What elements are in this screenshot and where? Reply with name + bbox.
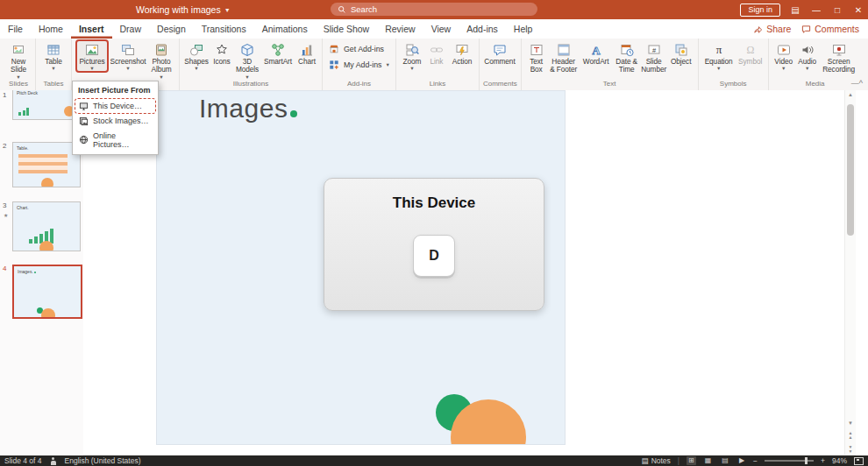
icons-button[interactable]: Icons — [210, 39, 233, 66]
zoom-in-button[interactable]: + — [821, 456, 825, 465]
zoom-slider[interactable] — [765, 460, 814, 462]
symbol-icon: Ω — [743, 41, 758, 58]
group-label-tables: Tables — [39, 80, 68, 90]
document-title-text: Working with images — [136, 4, 221, 15]
audio-button[interactable]: Audio▼ — [796, 39, 819, 71]
pictures-button[interactable]: Pictures▼ — [75, 39, 109, 73]
document-title[interactable]: Working with images ▼ — [136, 0, 231, 19]
minimize-icon[interactable]: — — [810, 5, 822, 15]
my-add-ins-button[interactable]: My Add-ins ▼ — [328, 59, 390, 71]
search-icon — [338, 5, 346, 14]
tab-home[interactable]: Home — [31, 19, 71, 39]
comments-button[interactable]: Comments — [801, 24, 859, 34]
header-footer-button[interactable]: Header & Footer — [549, 39, 579, 74]
dropdown-arrow-icon: ▼ — [234, 74, 260, 80]
zoom-level[interactable]: 94% — [832, 456, 847, 465]
thumbnail-slide-4[interactable]: Images. — [12, 265, 82, 319]
tab-file[interactable]: File — [0, 19, 31, 39]
tab-insert[interactable]: Insert — [71, 19, 112, 39]
date-time-button[interactable]: Date & Time — [614, 39, 640, 74]
slide-sorter-view-button[interactable]: ▦ — [703, 456, 714, 465]
comment-button[interactable]: Comment — [483, 39, 516, 66]
menu-item-stock-images[interactable]: Stock Images… — [75, 114, 155, 128]
dropdown-arrow-icon: ▼ — [110, 66, 146, 71]
language-indicator[interactable]: English (United States) — [65, 456, 141, 465]
tab-add-ins[interactable]: Add-ins — [459, 19, 506, 39]
stock-images-icon — [79, 116, 89, 126]
slide-title[interactable]: Images — [199, 90, 297, 128]
previous-slide-button[interactable]: ▲▲ — [845, 431, 856, 440]
scrollbar-thumb[interactable] — [847, 104, 854, 236]
chart-button[interactable]: Chart — [295, 39, 318, 66]
zoom-button[interactable]: Zoom▼ — [400, 39, 424, 71]
vertical-scrollbar[interactable]: ▲ ▼ ▲▲ ▼▼ — [844, 90, 856, 455]
tab-help[interactable]: Help — [506, 19, 541, 39]
ribbon-group-comments: Comment Comments — [480, 39, 522, 90]
close-icon[interactable]: ✕ — [852, 5, 864, 15]
wordart-icon: A — [588, 41, 604, 58]
ribbon-group-slides: New Slide▼ Slides — [2, 39, 36, 90]
tab-design[interactable]: Design — [149, 19, 194, 39]
3d-models-button[interactable]: 3D Models▼ — [234, 39, 260, 80]
tab-view[interactable]: View — [423, 19, 459, 39]
dropdown-arrow-icon: ▼ — [774, 66, 793, 71]
get-add-ins-button[interactable]: Get Add-ins — [328, 43, 390, 55]
thumbnail-slide-2[interactable]: Table. — [12, 142, 81, 187]
pictures-icon — [84, 41, 100, 58]
video-button[interactable]: Video▼ — [772, 39, 795, 71]
equation-button[interactable]: π Equation▼ — [702, 39, 736, 71]
reading-view-button[interactable]: ▤ — [720, 456, 730, 465]
accessibility-icon[interactable] — [50, 457, 57, 465]
zoom-icon — [404, 41, 420, 58]
ribbon-display-options-icon[interactable]: ▤ — [789, 5, 801, 15]
orange-circle-graphic — [39, 241, 53, 251]
table-button[interactable]: Table▼ — [39, 39, 68, 71]
scroll-up-icon[interactable]: ▲ — [845, 92, 856, 97]
fit-slide-to-window-icon[interactable] — [854, 457, 864, 465]
search-box[interactable]: Search — [331, 3, 537, 16]
tab-transitions[interactable]: Transitions — [194, 19, 254, 39]
link-button: Link — [425, 39, 448, 66]
photo-album-icon — [153, 41, 169, 58]
next-slide-button[interactable]: ▼▼ — [845, 445, 856, 454]
svg-text:π: π — [715, 43, 722, 56]
screen-recording-button[interactable]: Screen Recording — [820, 39, 858, 74]
slideshow-button[interactable]: ▶ — [737, 456, 746, 465]
thumbnail-slide-3[interactable]: Chart. — [12, 201, 81, 251]
photo-album-button[interactable]: Photo Album▼ — [147, 39, 175, 80]
maximize-icon[interactable]: □ — [831, 5, 843, 15]
slide-number-button[interactable]: # Slide Number — [641, 39, 667, 74]
screenshot-icon — [120, 41, 136, 58]
thumbnail-slide-1[interactable]: Pitch Deck — [12, 90, 81, 120]
wordart-button[interactable]: A WordArt — [580, 39, 613, 66]
share-button[interactable]: Share — [753, 24, 791, 34]
link-icon — [429, 41, 445, 58]
smartart-button[interactable]: SmartArt — [261, 39, 295, 66]
group-label-illustrations: Illustrations — [183, 80, 318, 90]
action-button[interactable]: Action — [449, 39, 475, 66]
scroll-down-icon[interactable]: ▼ — [845, 420, 856, 426]
slide-canvas[interactable]: Images This Device D — [156, 90, 566, 445]
sign-in-button[interactable]: Sign in — [740, 4, 780, 17]
tab-draw[interactable]: Draw — [112, 19, 150, 39]
new-slide-button[interactable]: New Slide▼ — [5, 39, 32, 80]
menu-item-this-device[interactable]: This Device… — [75, 99, 155, 113]
object-button[interactable]: Object — [668, 39, 694, 66]
collapse-ribbon-icon[interactable]: —^ — [851, 79, 863, 88]
notes-button[interactable]: ▤ Notes — [642, 456, 671, 465]
text-box-button[interactable]: Text Box — [525, 39, 548, 74]
screenshot-button[interactable]: Screenshot▼ — [110, 39, 146, 71]
normal-view-button[interactable]: ⊞ — [687, 456, 696, 465]
ribbon-tab-bar: File Home Insert Draw Design Transitions… — [0, 19, 868, 39]
tab-slide-show[interactable]: Slide Show — [316, 19, 378, 39]
tab-review[interactable]: Review — [377, 19, 423, 39]
zoom-out-button[interactable]: − — [753, 456, 758, 465]
zoom-slider-thumb[interactable] — [805, 457, 808, 464]
menu-item-online-pictures[interactable]: Online Pictures… — [75, 129, 155, 151]
new-slide-icon — [11, 41, 26, 58]
ribbon-group-symbols: π Equation▼ Ω Symbol Symbols — [699, 39, 769, 90]
shapes-button[interactable]: Shapes▼ — [183, 39, 210, 71]
symbol-button: Ω Symbol — [736, 39, 765, 66]
dropdown-arrow-icon: ▼ — [5, 74, 32, 80]
tab-animations[interactable]: Animations — [254, 19, 316, 39]
